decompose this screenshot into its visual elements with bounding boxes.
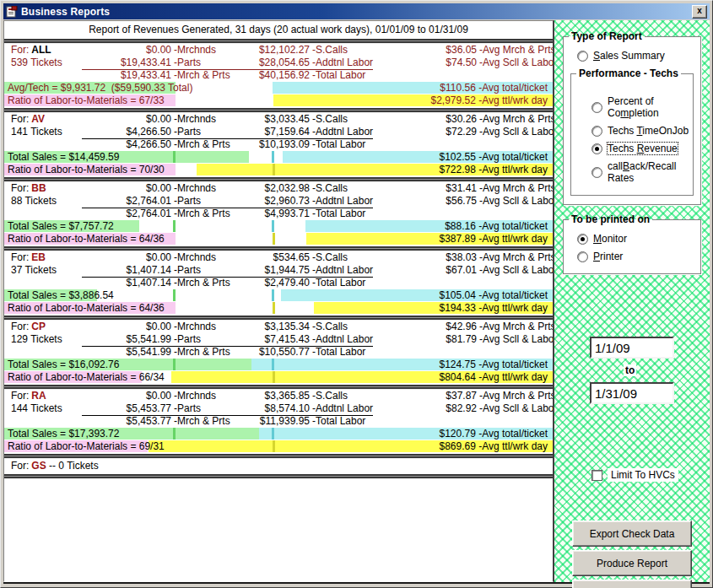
avg-total-per-ticket: $124.75 -Avg total/ticket: [439, 359, 548, 370]
amount-cell: $0.00-Mrchnds: [82, 44, 216, 57]
amount-label: -Avg Scll & Labor: [477, 333, 554, 346]
benchmark-tick-cyan: [272, 359, 274, 370]
ratio-label: Ratio of Labor-to-Materials = 69/31: [8, 440, 165, 452]
for-label: For:: [11, 321, 29, 332]
benchmark-tick-cyan: [272, 289, 274, 301]
amount-value: $11,939.95: [220, 415, 310, 428]
amount-value: $28,054.65: [220, 57, 310, 69]
radio-label-callback-recall-rates: callBack/Recall Rates: [608, 160, 689, 184]
report-section-AV: For:AV$0.00-Mrchnds$3,033.45-S.Calls$30.…: [4, 113, 553, 176]
report-body: For:ALL$0.00-Mrchnds$12,102.27-S.Calls$3…: [4, 44, 553, 479]
radio-label-techs-timeonjob: Techs TimeOnJob: [608, 125, 689, 137]
report-row: $5,541.99-Mrch & Prts$10,550.77-Total La…: [4, 346, 553, 359]
amount-label: -Mrchnds: [171, 321, 216, 333]
amount-label: -Addtnl Labor: [310, 402, 373, 415]
report-row: For:CP$0.00-Mrchnds$3,135.34-S.Calls$42.…: [4, 321, 553, 333]
radio-icon-techs-timeonjob[interactable]: [591, 126, 602, 137]
amount-cell: $4,266.50-Mrch & Prts: [82, 138, 230, 151]
amount-value: $0.00: [82, 182, 171, 195]
radio-option-monitor[interactable]: Monitor: [577, 233, 697, 245]
amount-cell: $11,939.95-Total Labor: [220, 415, 365, 428]
amount-label: -Parts: [171, 333, 201, 346]
amount-cell: $3,033.45-S.Calls: [220, 113, 348, 126]
benchmark-tick-cyan: [272, 428, 274, 440]
sales-bar-row: Avg/Tech = $9,931.72 ($59,590.33 Total)$…: [4, 82, 553, 94]
tickets-count: 129 Tickets: [11, 333, 62, 345]
radio-icon-printer[interactable]: [577, 251, 588, 262]
amount-value: $72.29: [382, 126, 477, 138]
amount-value: $7,159.64: [220, 126, 310, 138]
separator: [4, 453, 553, 459]
report-row: For:AV$0.00-Mrchnds$3,033.45-S.Calls$30.…: [4, 113, 553, 126]
radio-icon-sales-summary[interactable]: [577, 51, 588, 62]
radio-label-printer: Printer: [593, 251, 623, 262]
radio-option-printer[interactable]: Printer: [577, 251, 697, 262]
amount-value: $4,266.50: [82, 138, 171, 151]
amount-label: -Total Labor: [310, 208, 365, 220]
report-row: 141 Tickets$4,266.50-Parts$7,159.64-Addt…: [4, 126, 553, 138]
amount-value: $19,433.41: [82, 57, 171, 69]
radio-icon-monitor[interactable]: [577, 234, 588, 245]
amount-value: $42.96: [382, 321, 477, 333]
report-section-BB: For:BB$0.00-Mrchnds$2,032.98-S.Calls$31.…: [4, 182, 553, 245]
amount-label: -Addtnl Labor: [310, 57, 373, 69]
report-section-ALL: For:ALL$0.00-Mrchnds$12,102.27-S.Calls$3…: [4, 44, 553, 107]
report-row: For:EB$0.00-Mrchnds$534.65-S.Calls$38.03…: [4, 251, 553, 264]
radio-icon-percent-of-completion[interactable]: [591, 102, 602, 113]
amount-value: $2,479.40: [220, 277, 310, 289]
avg-total-per-ticket: $120.79 -Avg total/ticket: [439, 428, 548, 440]
date-to-label: to: [624, 364, 636, 376]
radio-icon-callback-recall-rates[interactable]: [591, 167, 602, 178]
amount-value: $0.00: [82, 113, 171, 126]
amount-value: $2,764.01: [82, 208, 171, 220]
export-check-data-button[interactable]: Export Check Data: [572, 521, 692, 547]
amount-cell: $8,574.10-Addtnl Labor: [220, 402, 373, 416]
amount-value: $10,550.77: [220, 346, 310, 359]
avg-total-per-workday: $869.69 -Avg ttl/wrk day: [439, 440, 548, 452]
close-icon[interactable]: x: [692, 5, 707, 19]
amount-label: -Total Labor: [310, 69, 365, 82]
separator: [4, 38, 553, 44]
amount-value: $0.00: [82, 390, 171, 402]
amount-label: -Addtnl Labor: [310, 333, 373, 346]
report-row: $19,433.41-Mrch & Prts$40,156.92-Total L…: [4, 69, 553, 82]
benchmark-tick-yellow: [273, 302, 275, 314]
amount-value: $4,993.71: [220, 208, 310, 220]
business-reports-window: Business Reports x Report of Revenues Ge…: [0, 0, 713, 588]
amount-value: $2,960.73: [220, 195, 310, 208]
performance-techs-group: Performance - Techs Percent of Completio…: [570, 67, 694, 196]
report-row: $2,764.01-Mrch & Prts$4,993.71-Total Lab…: [4, 208, 553, 220]
benchmark-tick-yellow: [273, 371, 275, 383]
row-left-cell: For:GS -- 0 Tickets: [11, 459, 99, 473]
amount-label: -Avg Scll & Labor: [477, 126, 554, 138]
radio-icon-techs-revenue[interactable]: [591, 143, 602, 154]
for-label: For:: [11, 113, 29, 125]
amount-value: $36.05: [382, 44, 477, 57]
amount-label: -S.Calls: [310, 251, 348, 264]
title-bar[interactable]: Business Reports x: [3, 3, 710, 19]
radio-option-sales-summary[interactable]: Sales Summary: [577, 50, 697, 62]
radio-option-callback-recall-rates[interactable]: callBack/Recall Rates: [591, 160, 689, 184]
radio-option-techs-timeonjob[interactable]: Techs TimeOnJob: [591, 125, 689, 137]
radio-option-techs-revenue[interactable]: Techs Revenue: [591, 143, 689, 154]
amount-label: -Avg Scll & Labor: [477, 57, 554, 69]
separator: [4, 245, 553, 251]
report-row: 37 Tickets$1,407.14-Parts$1,944.75-Addtn…: [4, 264, 553, 277]
amount-value: $37.87: [382, 390, 477, 402]
tech-id: ALL: [29, 44, 51, 56]
type-of-report-group: Type of Report Sales Summary Performance…: [563, 30, 701, 205]
app-icon: [6, 6, 18, 18]
limit-to-hvcs-checkbox[interactable]: [591, 470, 602, 481]
amount-value: $3,135.34: [220, 321, 310, 333]
radio-option-percent-of-completion[interactable]: Percent of Completion: [591, 95, 689, 119]
date-from-input[interactable]: [590, 337, 674, 359]
total-sales-label: Total Sales = $7,757.72: [8, 220, 114, 232]
date-to-input[interactable]: [590, 382, 674, 404]
separator: [4, 107, 553, 113]
produce-report-button[interactable]: Produce Report: [572, 550, 692, 576]
amount-cell: $5,453.77-Parts: [82, 402, 221, 416]
benchmark-tick-green: [173, 220, 176, 232]
online-handbook-button[interactable]: On-Line Handbook: [572, 580, 692, 588]
tickets-count: 37 Tickets: [11, 264, 57, 276]
ratio-label: Ratio of Labor-to-Materials = 64/36: [8, 302, 165, 314]
